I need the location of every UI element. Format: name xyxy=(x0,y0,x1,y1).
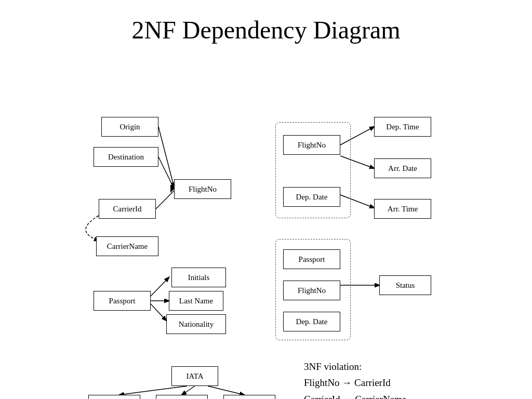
note-line1: 3NF violation: xyxy=(304,358,406,375)
nationality-box: Nationality xyxy=(166,314,226,334)
svg-line-12 xyxy=(182,386,195,395)
arrtime-box: Arr. Time xyxy=(374,199,431,219)
svg-line-2 xyxy=(156,191,174,209)
town-box: Town xyxy=(88,395,140,399)
diagram-container: Origin Destination CarrierId CarrierName… xyxy=(0,55,532,399)
depdate-top-box: Dep. Date xyxy=(283,187,340,207)
svg-line-11 xyxy=(119,386,187,395)
passport-right-box: Passport xyxy=(283,249,340,269)
flightno-top-box: FlightNo xyxy=(283,135,340,155)
svg-line-4 xyxy=(151,277,169,296)
iata-box: IATA xyxy=(171,366,218,386)
destination-box: Destination xyxy=(94,147,158,167)
initials-box: Initials xyxy=(171,268,226,287)
svg-line-6 xyxy=(151,304,166,321)
page-title: 2NF Dependency Diagram xyxy=(0,0,532,55)
lastname-box: Last Name xyxy=(169,291,223,311)
carrierId-box: CarrierId xyxy=(99,199,156,219)
flightno-left-box: FlightNo xyxy=(174,179,231,199)
deptime-box: Dep. Time xyxy=(374,117,431,137)
status-box: Status xyxy=(379,275,431,295)
depdate-right-box: Dep. Date xyxy=(283,312,340,331)
origin-box: Origin xyxy=(101,117,158,137)
airport-box: Airport xyxy=(156,395,208,399)
note-line2: FlightNo → CarrierId xyxy=(304,375,406,391)
note-line3: CarrierId → CarrierName xyxy=(304,391,406,399)
3nf-note: 3NF violation: FlightNo → CarrierId Carr… xyxy=(304,358,406,399)
svg-line-0 xyxy=(158,127,174,187)
svg-line-13 xyxy=(208,386,244,395)
arrows-svg xyxy=(0,55,532,399)
flightno-right-box: FlightNo xyxy=(283,281,340,300)
arrdate-box: Arr. Date xyxy=(374,158,431,178)
carrierName-box: CarrierName xyxy=(96,236,158,256)
passport-left-box: Passport xyxy=(94,291,151,311)
svg-line-1 xyxy=(158,157,174,189)
svg-marker-3 xyxy=(170,185,174,193)
country-box: Country xyxy=(223,395,275,399)
